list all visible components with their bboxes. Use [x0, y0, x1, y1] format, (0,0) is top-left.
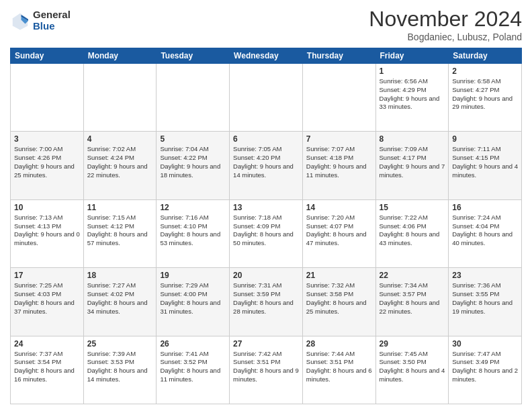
- day-info: Sunrise: 7:42 AM Sunset: 3:51 PM Dayligh…: [233, 350, 299, 384]
- table-row: 11Sunrise: 7:15 AM Sunset: 4:12 PM Dayli…: [83, 199, 157, 267]
- day-info: Sunrise: 7:34 AM Sunset: 3:57 PM Dayligh…: [380, 281, 445, 316]
- table-row: [302, 64, 375, 132]
- day-number: 15: [380, 203, 445, 212]
- col-tuesday: Tuesday: [157, 48, 230, 64]
- table-row: 4Sunrise: 7:02 AM Sunset: 4:24 PM Daylig…: [83, 132, 157, 199]
- table-row: 10Sunrise: 7:13 AM Sunset: 4:13 PM Dayli…: [11, 199, 84, 267]
- table-row: 15Sunrise: 7:22 AM Sunset: 4:06 PM Dayli…: [375, 199, 449, 267]
- calendar-week-row: 1Sunrise: 6:56 AM Sunset: 4:29 PM Daylig…: [11, 64, 522, 132]
- table-row: [157, 64, 230, 132]
- day-number: 8: [380, 134, 445, 144]
- table-row: 8Sunrise: 7:09 AM Sunset: 4:17 PM Daylig…: [375, 132, 449, 199]
- table-row: [83, 64, 157, 132]
- day-info: Sunrise: 7:31 AM Sunset: 3:59 PM Dayligh…: [233, 281, 299, 316]
- calendar-week-row: 24Sunrise: 7:37 AM Sunset: 3:54 PM Dayli…: [11, 336, 522, 404]
- day-number: 9: [452, 134, 518, 144]
- table-row: 7Sunrise: 7:07 AM Sunset: 4:18 PM Daylig…: [302, 132, 375, 199]
- day-info: Sunrise: 7:20 AM Sunset: 4:07 PM Dayligh…: [306, 214, 372, 248]
- day-number: 6: [233, 134, 299, 144]
- day-info: Sunrise: 7:41 AM Sunset: 3:52 PM Dayligh…: [160, 350, 226, 384]
- header: General Blue November 2024 Bogdaniec, Lu…: [10, 7, 522, 42]
- day-number: 11: [87, 203, 153, 212]
- day-info: Sunrise: 6:58 AM Sunset: 4:27 PM Dayligh…: [452, 77, 518, 111]
- day-number: 25: [87, 339, 153, 349]
- col-sunday: Sunday: [11, 48, 84, 64]
- page: General Blue November 2024 Bogdaniec, Lu…: [0, 0, 532, 411]
- day-info: Sunrise: 7:04 AM Sunset: 4:22 PM Dayligh…: [160, 145, 226, 179]
- day-number: 27: [233, 339, 299, 349]
- table-row: 20Sunrise: 7:31 AM Sunset: 3:59 PM Dayli…: [230, 268, 303, 336]
- table-row: 26Sunrise: 7:41 AM Sunset: 3:52 PM Dayli…: [157, 336, 230, 404]
- day-info: Sunrise: 7:05 AM Sunset: 4:20 PM Dayligh…: [233, 145, 299, 179]
- day-info: Sunrise: 7:00 AM Sunset: 4:26 PM Dayligh…: [14, 145, 80, 179]
- table-row: 19Sunrise: 7:29 AM Sunset: 4:00 PM Dayli…: [157, 268, 230, 336]
- title-section: November 2024 Bogdaniec, Lubusz, Poland: [369, 7, 522, 42]
- day-number: 20: [233, 271, 299, 280]
- calendar-header-row: Sunday Monday Tuesday Wednesday Thursday…: [11, 48, 522, 64]
- day-info: Sunrise: 7:37 AM Sunset: 3:54 PM Dayligh…: [14, 350, 80, 384]
- day-info: Sunrise: 7:29 AM Sunset: 4:00 PM Dayligh…: [160, 281, 226, 316]
- table-row: 30Sunrise: 7:47 AM Sunset: 3:49 PM Dayli…: [449, 336, 522, 404]
- day-info: Sunrise: 7:45 AM Sunset: 3:50 PM Dayligh…: [380, 350, 445, 384]
- calendar-week-row: 10Sunrise: 7:13 AM Sunset: 4:13 PM Dayli…: [11, 199, 522, 267]
- day-number: 17: [14, 271, 80, 280]
- day-number: 22: [380, 271, 445, 280]
- day-info: Sunrise: 7:18 AM Sunset: 4:09 PM Dayligh…: [233, 214, 299, 248]
- table-row: 12Sunrise: 7:16 AM Sunset: 4:10 PM Dayli…: [157, 199, 230, 267]
- day-number: 1: [380, 66, 445, 76]
- table-row: 3Sunrise: 7:00 AM Sunset: 4:26 PM Daylig…: [11, 132, 84, 199]
- col-wednesday: Wednesday: [230, 48, 303, 64]
- day-number: 18: [87, 271, 153, 280]
- table-row: 5Sunrise: 7:04 AM Sunset: 4:22 PM Daylig…: [157, 132, 230, 199]
- day-info: Sunrise: 7:36 AM Sunset: 3:55 PM Dayligh…: [452, 281, 518, 316]
- day-number: 7: [306, 134, 372, 144]
- logo-text: General Blue: [33, 9, 71, 32]
- calendar-week-row: 3Sunrise: 7:00 AM Sunset: 4:26 PM Daylig…: [11, 132, 522, 199]
- day-number: 23: [452, 271, 518, 280]
- day-number: 26: [160, 339, 226, 349]
- table-row: 16Sunrise: 7:24 AM Sunset: 4:04 PM Dayli…: [449, 199, 522, 267]
- day-number: 24: [14, 339, 80, 349]
- table-row: 9Sunrise: 7:11 AM Sunset: 4:15 PM Daylig…: [449, 132, 522, 199]
- day-info: Sunrise: 7:44 AM Sunset: 3:51 PM Dayligh…: [306, 350, 372, 384]
- table-row: 21Sunrise: 7:32 AM Sunset: 3:58 PM Dayli…: [302, 268, 375, 336]
- day-info: Sunrise: 7:11 AM Sunset: 4:15 PM Dayligh…: [452, 145, 518, 179]
- day-info: Sunrise: 7:32 AM Sunset: 3:58 PM Dayligh…: [306, 281, 372, 316]
- table-row: 2Sunrise: 6:58 AM Sunset: 4:27 PM Daylig…: [449, 64, 522, 132]
- day-number: 29: [380, 339, 445, 349]
- day-number: 5: [160, 134, 226, 144]
- table-row: 28Sunrise: 7:44 AM Sunset: 3:51 PM Dayli…: [302, 336, 375, 404]
- calendar-table: Sunday Monday Tuesday Wednesday Thursday…: [10, 48, 522, 404]
- table-row: 13Sunrise: 7:18 AM Sunset: 4:09 PM Dayli…: [230, 199, 303, 267]
- day-number: 12: [160, 203, 226, 212]
- day-number: 28: [306, 339, 372, 349]
- day-number: 2: [452, 66, 518, 76]
- col-monday: Monday: [83, 48, 157, 64]
- day-info: Sunrise: 7:02 AM Sunset: 4:24 PM Dayligh…: [87, 145, 153, 179]
- table-row: 6Sunrise: 7:05 AM Sunset: 4:20 PM Daylig…: [230, 132, 303, 199]
- table-row: [230, 64, 303, 132]
- day-info: Sunrise: 7:07 AM Sunset: 4:18 PM Dayligh…: [306, 145, 372, 179]
- table-row: 14Sunrise: 7:20 AM Sunset: 4:07 PM Dayli…: [302, 199, 375, 267]
- table-row: 25Sunrise: 7:39 AM Sunset: 3:53 PM Dayli…: [83, 336, 157, 404]
- day-info: Sunrise: 7:16 AM Sunset: 4:10 PM Dayligh…: [160, 214, 226, 248]
- day-number: 16: [452, 203, 518, 212]
- day-info: Sunrise: 7:47 AM Sunset: 3:49 PM Dayligh…: [452, 350, 518, 384]
- day-number: 19: [160, 271, 226, 280]
- day-number: 21: [306, 271, 372, 280]
- calendar-week-row: 17Sunrise: 7:25 AM Sunset: 4:03 PM Dayli…: [11, 268, 522, 336]
- table-row: 27Sunrise: 7:42 AM Sunset: 3:51 PM Dayli…: [230, 336, 303, 404]
- logo-icon: [10, 11, 30, 31]
- day-info: Sunrise: 7:24 AM Sunset: 4:04 PM Dayligh…: [452, 214, 518, 248]
- location: Bogdaniec, Lubusz, Poland: [369, 32, 522, 42]
- logo-general: General: [33, 9, 71, 21]
- logo-blue: Blue: [33, 21, 71, 32]
- table-row: [11, 64, 84, 132]
- table-row: 23Sunrise: 7:36 AM Sunset: 3:55 PM Dayli…: [449, 268, 522, 336]
- day-info: Sunrise: 7:22 AM Sunset: 4:06 PM Dayligh…: [380, 214, 445, 248]
- month-title: November 2024: [369, 7, 522, 32]
- table-row: 18Sunrise: 7:27 AM Sunset: 4:02 PM Dayli…: [83, 268, 157, 336]
- table-row: 17Sunrise: 7:25 AM Sunset: 4:03 PM Dayli…: [11, 268, 84, 336]
- col-thursday: Thursday: [302, 48, 375, 64]
- day-number: 30: [452, 339, 518, 349]
